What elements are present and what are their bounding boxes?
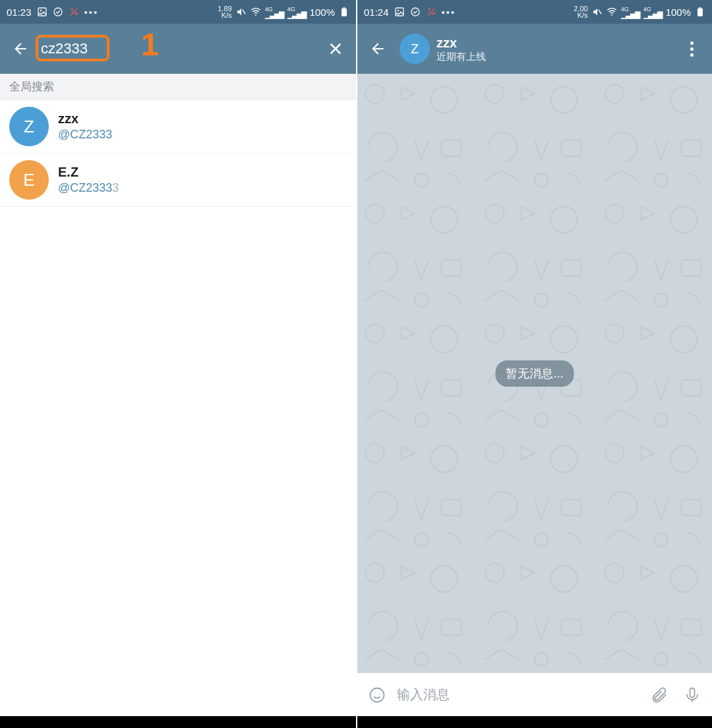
- search-results: Z zzx @CZ2333 E E.Z @CZ23333: [0, 100, 356, 207]
- kebab-icon: [690, 42, 694, 57]
- back-arrow-icon: [12, 40, 29, 57]
- close-icon: [327, 40, 344, 57]
- svg-rect-15: [699, 7, 701, 8]
- net-speed: 2.00K/s: [574, 5, 587, 18]
- battery-percent: 100%: [310, 7, 335, 18]
- nav-bar: [0, 716, 356, 728]
- svg-rect-14: [697, 9, 703, 16]
- battery-percent: 100%: [666, 7, 691, 18]
- chat-title-block[interactable]: zzx 近期有上线: [436, 36, 670, 62]
- call-block-icon: [69, 7, 79, 17]
- status-time: 01:23: [7, 7, 32, 18]
- chat-menu-button[interactable]: [676, 34, 707, 64]
- result-name: zzx: [58, 111, 112, 126]
- net-speed: 1.89K/s: [218, 5, 231, 18]
- check-circle-icon: [53, 7, 63, 17]
- more-status-icon: •••: [442, 7, 456, 18]
- svg-point-9: [397, 10, 399, 12]
- chat-header[interactable]: Z zzx 近期有上线: [357, 24, 712, 74]
- svg-point-21: [371, 688, 384, 702]
- signal-2-icon: 4G▁▃▅▇: [643, 7, 662, 17]
- phone-chat: 01:24 ••• 2.00K/s 4G▁▃▅▇ 4G▁▃▅▇ 100% Z: [356, 0, 712, 728]
- voice-button[interactable]: [679, 682, 705, 708]
- search-section-header: 全局搜索: [0, 74, 356, 100]
- check-circle-icon: [410, 7, 421, 17]
- svg-line-12: [599, 10, 601, 14]
- mute-icon: [592, 7, 603, 17]
- avatar: Z: [9, 107, 49, 146]
- mute-icon: [236, 7, 247, 17]
- smile-icon: [368, 686, 386, 704]
- status-time: 01:24: [364, 7, 389, 18]
- status-bar: 01:23 ••• 1.89K/s 4G▁▃▅▇ 4G▁▃▅▇ 100%: [0, 0, 356, 24]
- clear-search-button[interactable]: [320, 34, 351, 64]
- svg-rect-24: [690, 688, 695, 697]
- search-input[interactable]: [40, 36, 316, 61]
- back-button[interactable]: [363, 34, 393, 64]
- chat-avatar[interactable]: Z: [400, 34, 430, 64]
- chat-title: zzx: [436, 36, 670, 51]
- svg-point-13: [611, 14, 612, 16]
- result-name: E.Z: [58, 165, 119, 180]
- nav-bar: [357, 716, 712, 728]
- back-arrow-icon: [369, 40, 386, 57]
- compose-bar: [357, 673, 712, 716]
- chat-body[interactable]: 暂无消息...: [357, 74, 712, 673]
- battery-icon: [339, 7, 349, 17]
- attach-button[interactable]: [646, 682, 672, 708]
- svg-rect-7: [343, 7, 345, 8]
- svg-rect-0: [38, 8, 46, 16]
- svg-rect-6: [341, 9, 347, 16]
- signal-1-icon: 4G▁▃▅▇: [621, 7, 639, 17]
- phone-search: 01:23 ••• 1.89K/s 4G▁▃▅▇ 4G▁▃▅▇ 100%: [0, 0, 356, 728]
- search-result-item[interactable]: E E.Z @CZ23333: [0, 154, 356, 207]
- status-bar: 01:24 ••• 2.00K/s 4G▁▃▅▇ 4G▁▃▅▇ 100%: [357, 0, 712, 24]
- gallery-icon: [37, 7, 47, 17]
- gallery-icon: [394, 7, 405, 17]
- more-status-icon: •••: [84, 7, 99, 18]
- search-result-item[interactable]: Z zzx @CZ2333: [0, 100, 356, 154]
- svg-point-1: [40, 10, 42, 12]
- result-handle: @CZ2333: [58, 128, 112, 142]
- paperclip-icon: [650, 686, 668, 704]
- emoji-button[interactable]: [364, 682, 390, 708]
- message-input[interactable]: [397, 687, 639, 702]
- search-appbar: [0, 24, 356, 74]
- battery-icon: [695, 7, 705, 17]
- wifi-icon: [607, 7, 617, 17]
- signal-2-icon: 4G▁▃▅▇: [287, 7, 306, 17]
- wifi-icon: [251, 7, 261, 17]
- microphone-icon: [683, 686, 701, 704]
- back-button[interactable]: [5, 34, 36, 64]
- svg-point-22: [374, 693, 375, 694]
- avatar: E: [9, 160, 49, 200]
- svg-point-10: [411, 8, 419, 16]
- svg-point-2: [54, 8, 62, 16]
- result-handle: @CZ23333: [58, 181, 119, 195]
- empty-chat-label: 暂无消息...: [495, 360, 574, 387]
- call-block-icon: [426, 7, 436, 17]
- signal-1-icon: 4G▁▃▅▇: [265, 7, 283, 17]
- svg-line-4: [243, 10, 245, 14]
- svg-point-23: [379, 693, 380, 694]
- chat-subtitle: 近期有上线: [436, 51, 670, 62]
- svg-rect-8: [396, 8, 403, 16]
- svg-point-5: [255, 14, 256, 16]
